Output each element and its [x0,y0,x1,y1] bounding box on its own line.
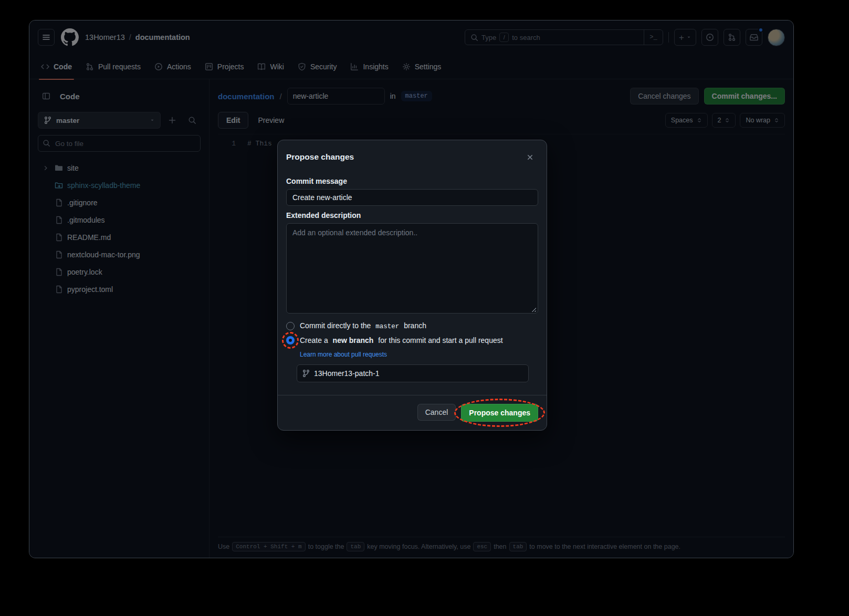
desktop-background: 13Homer13 / documentation Type / to sear… [0,0,849,616]
commit-message-label: Commit message [286,177,538,185]
close-icon [526,153,534,161]
radio-label-bold: new branch [333,336,374,344]
propose-button-label: Propose changes [469,409,530,417]
close-dialog-button[interactable] [521,149,538,165]
commit-direct-radio[interactable] [286,322,295,330]
radio-label-text: Create a [300,336,328,344]
github-browser-window: 13Homer13 / documentation Type / to sear… [29,20,794,558]
radio-label-text: Commit directly to the [300,321,371,330]
cancel-button[interactable]: Cancel [417,404,456,421]
radio-label-text: for this commit and start a pull request [378,336,502,344]
new-branch-name-input[interactable] [297,364,529,382]
extended-description-label: Extended description [286,211,538,220]
propose-changes-dialog: Propose changes Commit message Extended … [277,140,547,431]
learn-more-link[interactable]: Learn more about pull requests [300,351,387,358]
dialog-title: Propose changes [286,152,354,162]
extended-description-textarea[interactable] [286,223,538,314]
commit-direct-option[interactable]: Commit directly to the master branch [286,321,538,330]
git-branch-icon [302,369,310,378]
annotation-radio-highlight [282,332,299,349]
radio-branch-name: master [375,323,399,330]
commit-message-input[interactable] [286,189,538,206]
propose-changes-button[interactable]: Propose changes [461,404,538,422]
radio-label-text: branch [404,321,426,330]
create-branch-option[interactable]: Create a new branch for this commit and … [286,336,538,344]
create-branch-radio[interactable] [286,336,295,344]
